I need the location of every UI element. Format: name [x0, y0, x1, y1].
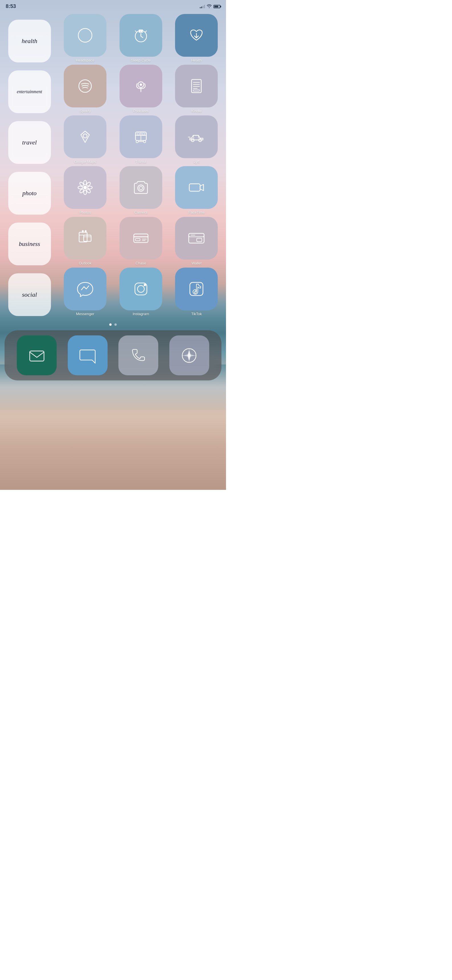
outlook-icon	[75, 228, 95, 248]
status-icons	[200, 4, 220, 9]
app-row-6: social Messenger Instagram	[5, 267, 222, 316]
folder-travel[interactable]: travel	[5, 121, 54, 164]
app-row-1: health Headspace ZZ Sleep	[5, 14, 222, 62]
app-label-spotify: Spotify	[79, 109, 91, 113]
app-photos[interactable]: Photos	[60, 166, 110, 215]
folder-business[interactable]: business	[5, 223, 54, 265]
app-row-5: business Outlook	[5, 217, 222, 265]
camera-icon	[131, 178, 151, 197]
facetime-icon	[186, 178, 206, 197]
dock	[5, 330, 222, 380]
app-label-photos: Photos	[79, 210, 91, 215]
svg-rect-43	[134, 234, 148, 242]
mail-icon	[28, 346, 46, 365]
instagram-icon	[131, 279, 151, 299]
podcasts-icon	[131, 76, 151, 96]
svg-rect-51	[197, 238, 202, 242]
svg-point-5	[140, 84, 142, 86]
app-label-transit: Transit	[135, 159, 146, 164]
battery-icon	[214, 5, 220, 8]
app-facetime[interactable]: FaceTime	[171, 166, 222, 215]
folder-social[interactable]: social	[5, 273, 54, 316]
app-row-2: entertainment Spotify	[5, 65, 222, 113]
dock-messages[interactable]	[68, 336, 108, 375]
svg-point-26	[78, 186, 82, 189]
lyft-icon	[186, 127, 206, 147]
app-label-headspace: Headspace	[76, 58, 95, 62]
app-googlemaps[interactable]: Google Maps	[60, 115, 110, 164]
svg-point-53	[138, 286, 144, 293]
app-label-podcasts: Podcasts	[133, 109, 148, 113]
app-podcasts[interactable]: Podcasts	[116, 65, 166, 113]
page-dot-1[interactable]	[109, 323, 112, 326]
folder-health[interactable]: health	[5, 20, 54, 62]
svg-point-54	[144, 284, 146, 286]
app-tiktok[interactable]: TikTok	[171, 267, 222, 316]
svg-rect-20	[142, 133, 145, 135]
app-sleepcycle[interactable]: ZZ Sleep Cycle	[116, 14, 166, 62]
app-chase[interactable]: Chase	[116, 217, 166, 265]
svg-text:ZZ: ZZ	[139, 29, 143, 33]
app-wallet[interactable]: Wallet	[171, 217, 222, 265]
app-label-instagram: Instagram	[133, 312, 149, 316]
app-label-chase: Chase	[135, 261, 146, 265]
sleepcycle-icon: ZZ	[131, 25, 151, 45]
svg-point-27	[88, 186, 92, 189]
app-label-messenger: Messenger	[76, 312, 94, 316]
wifi-icon	[207, 4, 212, 9]
svg-point-32	[138, 185, 144, 191]
svg-point-23	[84, 186, 87, 189]
app-camera[interactable]: Camera	[116, 166, 166, 215]
app-row-4: photo Photos	[5, 166, 222, 215]
folder-photo[interactable]: photo	[5, 172, 54, 215]
safari-icon	[180, 346, 198, 365]
dock-mail[interactable]	[17, 336, 57, 375]
app-label-wallet: Wallet	[192, 261, 202, 265]
svg-rect-56	[30, 351, 44, 361]
svg-point-0	[78, 29, 92, 42]
app-label-lyft: Lyft	[193, 159, 199, 164]
app-grid: health Headspace ZZ Sleep	[0, 11, 226, 319]
app-messenger[interactable]: Messenger	[60, 267, 110, 316]
folder-entertainment[interactable]: entertainment	[5, 70, 54, 113]
app-outlook[interactable]: Outlook	[60, 217, 110, 265]
spotify-icon	[75, 76, 95, 96]
status-time: 8:53	[6, 3, 16, 10]
app-label-googlemaps: Google Maps	[74, 159, 96, 164]
app-label-facetime: FaceTime	[189, 210, 205, 215]
signal-icon	[200, 5, 205, 8]
googlemaps-icon	[75, 127, 95, 147]
app-instagram[interactable]: Instagram	[116, 267, 166, 316]
app-label-outlook: Outlook	[79, 261, 92, 265]
app-label-kindle: Kindle	[191, 109, 201, 113]
app-health[interactable]: Health	[171, 14, 222, 62]
health-icon	[186, 25, 206, 45]
messages-icon	[78, 346, 97, 365]
app-label-health: Health	[191, 58, 202, 62]
phone-icon	[129, 346, 148, 365]
app-lyft[interactable]: Lyft	[171, 115, 222, 164]
app-transit[interactable]: Transit	[116, 115, 166, 164]
dock-phone[interactable]	[118, 336, 158, 375]
headspace-icon	[75, 25, 95, 45]
svg-rect-11	[193, 90, 200, 91]
photos-icon	[75, 178, 95, 197]
svg-point-12	[83, 134, 87, 138]
app-label-tiktok: TikTok	[191, 312, 202, 316]
app-spotify[interactable]: Spotify	[60, 65, 110, 113]
app-headspace[interactable]: Headspace	[60, 14, 110, 62]
app-row-3: travel Google Maps	[5, 115, 222, 164]
page-dot-2[interactable]	[114, 323, 117, 326]
svg-rect-35	[79, 232, 87, 242]
svg-rect-19	[137, 133, 140, 135]
page-dots	[0, 323, 226, 326]
chase-icon	[131, 228, 151, 248]
dock-safari[interactable]	[170, 336, 209, 375]
status-bar: 8:53	[0, 0, 226, 11]
kindle-icon	[186, 76, 206, 96]
svg-rect-45	[135, 239, 140, 241]
svg-point-24	[84, 180, 87, 185]
app-kindle[interactable]: Kindle	[171, 65, 222, 113]
svg-point-25	[84, 190, 87, 195]
messenger-icon	[75, 279, 95, 299]
